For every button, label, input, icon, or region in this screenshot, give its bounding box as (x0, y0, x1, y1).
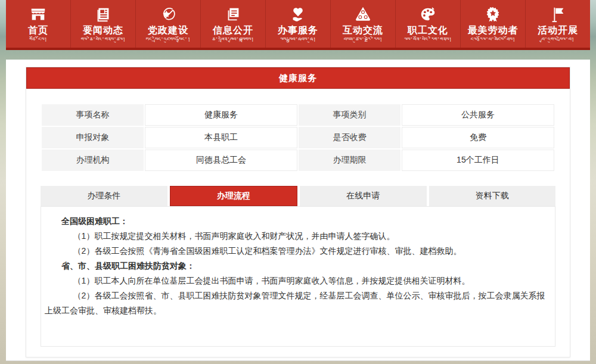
nav-label-tibetan: ཆ་འཕྲིན་ཁྱབ་བསྒྲགས། (212, 36, 254, 43)
paragraph: （2）各级工会按照《青海省全国级困难职工认定和档案管理办法》文件规定进行审核、审… (45, 244, 549, 259)
service-title-bar: 健康服务 (26, 67, 570, 89)
detail-tabs: 办理条件 办理流程 在线申请 资料下载 (41, 186, 555, 206)
nav-item-info-disclosure[interactable]: 信息公开 ཆ་འཕྲིན་ཁྱབ་བསྒྲགས། (201, 0, 266, 48)
field-label-fee: 是否收费 (299, 127, 401, 148)
nav-item-best-workers[interactable]: 最美劳动者 ངལ་རྩོལ་པ་མཛེས་ཤོས། (461, 0, 526, 48)
nav-item-activities[interactable]: 活动开展 བྱ་འགུལ་སྤེལ་བ། (526, 0, 590, 48)
page-container: 首页 གཙོ་ངོས། 要闻动态 གལ་ཆེ་བའི་གནས་ཚུལ། 党政建设… (6, 0, 590, 361)
nav-label-tibetan: གལ་ཆེ་བའི་གནས་ཚུལ། (81, 36, 126, 43)
paragraph: （2）各级工会按照省、市、县职工困难扶防贫对象管理文件规定，经基层工会调查、单位… (45, 288, 549, 318)
nav-label-tibetan: ཏང་སྲིད་འཛུགས་སྐྱོང་། (146, 36, 191, 43)
process-panel: 全国级困难职工： （1）职工按规定提交相关材料，书面声明家庭收入和财产状况，并由… (41, 206, 555, 347)
tab-online-apply[interactable]: 在线申请 (300, 186, 427, 206)
field-value-item-name: 健康服务 (145, 104, 297, 126)
field-value-agency: 同德县总工会 (145, 150, 297, 171)
table-row: 申报对象 本县职工 是否收费 免费 (42, 127, 554, 148)
nav-label: 党政建设 (148, 25, 188, 36)
nav-label-tibetan: ལས་སྒྲུབ་ཞབས་ཞུ། (280, 36, 316, 43)
field-label-item-category: 事项类别 (299, 104, 401, 126)
party-emblem-icon (159, 5, 177, 23)
nav-label: 要闻动态 (83, 25, 123, 36)
nav-label: 办事服务 (278, 25, 318, 36)
nav-item-news[interactable]: 要闻动态 གལ་ཆེ་བའི་གནས་ཚུལ། (71, 0, 136, 48)
field-label-agency: 办理机构 (42, 150, 144, 171)
field-value-applicants: 本县职工 (145, 127, 297, 148)
tab-downloads[interactable]: 资料下载 (429, 186, 556, 206)
page-title: 健康服务 (279, 73, 317, 84)
nav-label: 首页 (28, 25, 48, 36)
card-body: 事项名称 健康服务 事项类别 公共服务 申报对象 本县职工 是否收费 免费 (26, 89, 570, 347)
paragraph: （1）职工按规定提交相关材料，书面声明家庭收入和财产状况，并由申请人签字确认。 (45, 229, 549, 244)
nav-label-tibetan: ངལ་རྩོལ་པ་མཛེས་ཤོས། (471, 36, 516, 43)
nav-label-tibetan: གཙོ་ངོས། (29, 36, 47, 43)
nav-item-worker-culture[interactable]: 职工文化 ལས་བཟོ་པའི་རིག་གནས། (396, 0, 461, 48)
field-value-fee: 免费 (402, 127, 554, 148)
nav-label: 活动开展 (538, 25, 578, 36)
service-detail-card: 健康服务 事项名称 健康服务 事项类别 公共服务 申报对象 本县 (26, 67, 570, 357)
field-value-item-category: 公共服务 (402, 104, 554, 126)
nav-label: 互动交流 (343, 25, 383, 36)
paragraph-heading: 省、市、县级职工困难扶防贫对象： (45, 259, 549, 273)
nav-label: 职工文化 (408, 25, 448, 36)
nav-item-party-building[interactable]: 党政建设 ཏང་སྲིད་འཛུགས་སྐྱོང་། (136, 0, 201, 48)
top-navigation: 首页 གཙོ་ངོས། 要闻动态 གལ་ཆེ་བའི་གནས་ཚུལ། 党政建设… (6, 0, 590, 50)
table-row: 办理机构 同德县总工会 办理期限 15个工作日 (42, 150, 554, 171)
field-label-applicants: 申报对象 (42, 127, 144, 148)
nav-label-tibetan: ལས་བཟོ་པའི་རིག་གནས། (404, 36, 452, 43)
nav-label-tibetan: བྱ་འགུལ་སྤེལ་བ། (542, 36, 575, 43)
nav-item-home[interactable]: 首页 གཙོ་ངོས། (6, 0, 71, 48)
content-sheet: 健康服务 事项名称 健康服务 事项类别 公共服务 申报对象 本县 (6, 60, 590, 361)
nav-label: 最美劳动者 (468, 25, 519, 36)
field-value-deadline: 15个工作日 (402, 150, 554, 171)
palette-icon (419, 5, 437, 23)
table-row: 事项名称 健康服务 事项类别 公共服务 (42, 104, 554, 126)
newspaper-icon (94, 5, 112, 23)
storefront-icon (29, 5, 47, 23)
tab-conditions[interactable]: 办理条件 (41, 186, 167, 206)
paragraph: （1）职工本人向所在单位基层工会提出书面申请，书面声明家庭收入等信息，并按规定提… (45, 273, 549, 288)
heart-hand-icon (289, 5, 307, 23)
documents-icon (224, 5, 242, 23)
nav-item-services[interactable]: 办事服务 ལས་སྒྲུབ་ཞབས་ཞུ། (266, 0, 331, 48)
field-label-deadline: 办理期限 (299, 150, 401, 171)
share-network-icon (354, 5, 372, 23)
service-info-table: 事项名称 健康服务 事项类别 公共服务 申报对象 本县职工 是否收费 免费 (41, 103, 555, 172)
medal-icon (484, 5, 502, 23)
tab-process[interactable]: 办理流程 (170, 186, 298, 206)
paragraph-heading: 全国级困难职工： (45, 214, 549, 229)
flag-icon (549, 5, 567, 23)
nav-label: 信息公开 (213, 25, 253, 36)
nav-item-interaction[interactable]: 互动交流 བསམ་ཚུལ་བརྗེ་རེས། (331, 0, 396, 48)
field-label-item-name: 事项名称 (42, 104, 144, 126)
nav-label-tibetan: བསམ་ཚུལ་བརྗེ་རེས། (344, 36, 383, 43)
